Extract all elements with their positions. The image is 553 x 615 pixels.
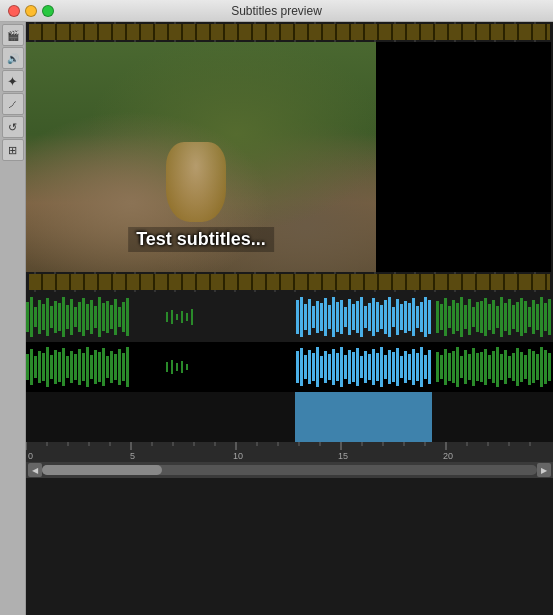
svg-rect-183 bbox=[520, 352, 523, 382]
svg-text:0: 0 bbox=[28, 451, 33, 461]
svg-rect-8 bbox=[50, 306, 53, 328]
svg-rect-133 bbox=[316, 347, 319, 387]
svg-rect-15 bbox=[78, 302, 81, 332]
svg-rect-150 bbox=[384, 355, 387, 379]
svg-rect-76 bbox=[468, 299, 471, 335]
svg-rect-7 bbox=[46, 298, 49, 336]
timeline-track[interactable] bbox=[26, 392, 553, 442]
video-player[interactable]: Test subtitles... bbox=[26, 42, 376, 272]
svg-rect-75 bbox=[464, 305, 467, 329]
svg-rect-85 bbox=[504, 303, 507, 331]
ruler-svg: 0 5 10 15 20 bbox=[26, 442, 553, 462]
svg-rect-180 bbox=[508, 356, 511, 378]
zoom-button[interactable] bbox=[42, 5, 54, 17]
svg-rect-98 bbox=[30, 349, 33, 385]
svg-rect-101 bbox=[42, 353, 45, 381]
svg-rect-174 bbox=[484, 349, 487, 385]
svg-rect-175 bbox=[488, 355, 491, 379]
svg-rect-126 bbox=[181, 361, 183, 373]
svg-rect-20 bbox=[98, 297, 101, 337]
svg-rect-178 bbox=[500, 354, 503, 380]
left-toolbar: 🎬 🔊 ✦ ⟋ ↺ ⊞ bbox=[0, 22, 26, 615]
svg-rect-135 bbox=[324, 351, 327, 383]
svg-rect-90 bbox=[524, 301, 527, 333]
svg-rect-95 bbox=[544, 303, 547, 331]
scroll-right-arrow[interactable]: ▶ bbox=[537, 463, 551, 477]
svg-rect-26 bbox=[122, 302, 125, 332]
svg-rect-128 bbox=[296, 351, 299, 383]
svg-rect-149 bbox=[380, 347, 383, 387]
svg-rect-4 bbox=[34, 307, 37, 327]
svg-rect-33 bbox=[191, 309, 193, 325]
svg-text:20: 20 bbox=[443, 451, 453, 461]
svg-rect-34 bbox=[296, 300, 299, 334]
svg-text:5: 5 bbox=[130, 451, 135, 461]
toolbar-icon-5[interactable]: ↺ bbox=[2, 116, 24, 138]
svg-rect-19 bbox=[94, 306, 97, 328]
svg-rect-42 bbox=[328, 305, 331, 329]
svg-rect-17 bbox=[86, 304, 89, 330]
svg-rect-103 bbox=[50, 355, 53, 379]
minimize-button[interactable] bbox=[25, 5, 37, 17]
toolbar-icon-3[interactable]: ✦ bbox=[2, 70, 24, 92]
svg-rect-94 bbox=[540, 297, 543, 337]
svg-rect-89 bbox=[520, 298, 523, 336]
svg-rect-74 bbox=[460, 297, 463, 337]
svg-rect-79 bbox=[480, 301, 483, 333]
scrollbar-area[interactable]: ◀ ▶ bbox=[26, 462, 553, 478]
svg-rect-12 bbox=[66, 305, 69, 329]
svg-rect-35 bbox=[300, 297, 303, 337]
svg-rect-82 bbox=[492, 300, 495, 334]
svg-rect-52 bbox=[368, 303, 371, 331]
svg-rect-172 bbox=[476, 353, 479, 381]
svg-rect-130 bbox=[304, 355, 307, 379]
svg-rect-137 bbox=[332, 349, 335, 385]
svg-rect-143 bbox=[356, 348, 359, 386]
svg-rect-22 bbox=[106, 301, 109, 333]
filmstrip-top bbox=[26, 22, 553, 42]
content-area: Test subtitles... bbox=[26, 22, 553, 615]
svg-rect-96 bbox=[548, 299, 551, 335]
svg-rect-127 bbox=[186, 364, 188, 370]
toolbar-icon-4[interactable]: ⟋ bbox=[2, 93, 24, 115]
svg-rect-61 bbox=[404, 301, 407, 333]
svg-rect-59 bbox=[396, 299, 399, 335]
toolbar-icon-1[interactable]: 🎬 bbox=[2, 24, 24, 46]
svg-rect-86 bbox=[508, 299, 511, 335]
close-button[interactable] bbox=[8, 5, 20, 17]
svg-rect-145 bbox=[364, 351, 367, 383]
filmstrip-inner-bottom bbox=[29, 274, 550, 290]
svg-rect-177 bbox=[496, 347, 499, 387]
scroll-left-arrow[interactable]: ◀ bbox=[28, 463, 42, 477]
svg-rect-146 bbox=[368, 354, 371, 380]
svg-rect-191 bbox=[26, 442, 553, 462]
video-figure bbox=[166, 142, 226, 222]
svg-rect-170 bbox=[468, 354, 471, 380]
svg-rect-115 bbox=[98, 352, 101, 382]
svg-rect-160 bbox=[424, 355, 427, 379]
scrollbar-thumb[interactable] bbox=[42, 465, 162, 475]
filmstrip-bottom bbox=[26, 272, 553, 292]
svg-rect-122 bbox=[126, 347, 129, 387]
svg-rect-182 bbox=[516, 348, 519, 386]
window-controls[interactable] bbox=[8, 5, 54, 17]
svg-rect-5 bbox=[38, 300, 41, 334]
svg-rect-120 bbox=[118, 349, 121, 385]
svg-rect-139 bbox=[340, 347, 343, 387]
svg-rect-18 bbox=[90, 300, 93, 334]
toolbar-icon-6[interactable]: ⊞ bbox=[2, 139, 24, 161]
svg-rect-109 bbox=[74, 354, 77, 380]
svg-rect-125 bbox=[176, 363, 178, 371]
svg-rect-83 bbox=[496, 306, 499, 328]
svg-rect-68 bbox=[436, 301, 439, 333]
svg-rect-119 bbox=[114, 354, 117, 380]
toolbar-icon-2[interactable]: 🔊 bbox=[2, 47, 24, 69]
svg-rect-190 bbox=[548, 353, 551, 381]
scrollbar-track[interactable] bbox=[42, 465, 537, 475]
svg-rect-110 bbox=[78, 349, 81, 385]
svg-rect-11 bbox=[62, 297, 65, 337]
svg-rect-151 bbox=[388, 350, 391, 384]
svg-rect-188 bbox=[540, 347, 543, 387]
svg-rect-167 bbox=[456, 347, 459, 387]
svg-rect-162 bbox=[436, 352, 439, 382]
